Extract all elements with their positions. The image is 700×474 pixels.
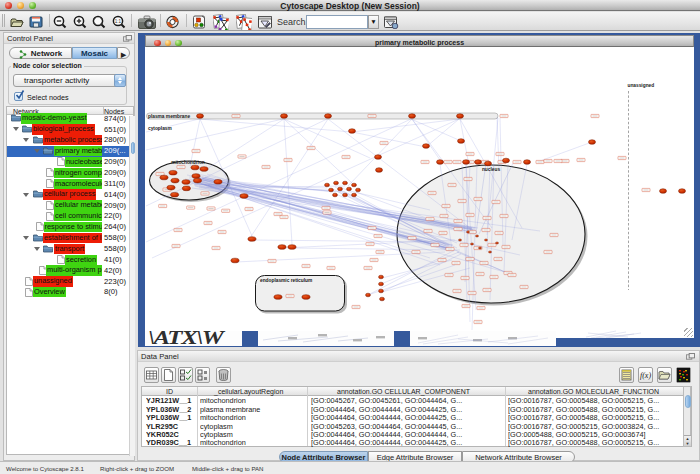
- svg-text:endoplasmic reticulum: endoplasmic reticulum: [260, 278, 312, 283]
- svg-text:unassigned: unassigned: [628, 83, 655, 88]
- svg-text:plasma membrane: plasma membrane: [148, 114, 190, 119]
- svg-text:1:1: 1:1: [114, 19, 121, 24]
- svg-text:cytoplasm: cytoplasm: [148, 126, 172, 131]
- svg-text:nucleus: nucleus: [482, 167, 500, 172]
- svg-text:mitochondrion: mitochondrion: [171, 160, 205, 165]
- svg-text:f(x): f(x): [640, 371, 651, 380]
